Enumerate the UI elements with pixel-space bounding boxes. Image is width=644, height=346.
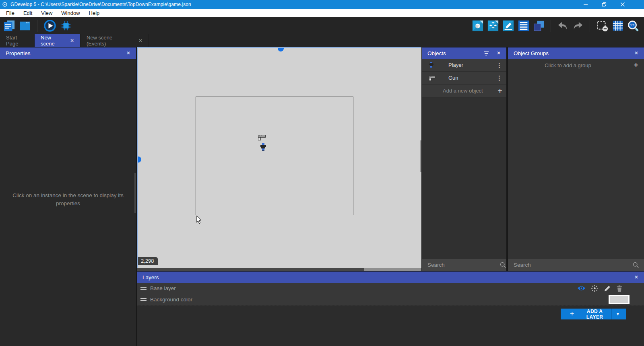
tab-label: New scene (Events) [87, 35, 132, 47]
layer-edit-pencil-icon[interactable] [604, 285, 611, 292]
groups-search-bar [508, 259, 644, 271]
close-objects-panel-icon[interactable]: ✕ [497, 50, 501, 56]
gdevelop-logo-icon [2, 2, 8, 7]
menu-view[interactable]: View [37, 10, 57, 16]
drag-handle-icon[interactable] [140, 287, 147, 290]
add-new-object-row[interactable]: Add a new object + [422, 84, 506, 97]
objects-search-input[interactable] [422, 262, 500, 268]
redo-icon[interactable] [572, 20, 584, 32]
scene-canvas[interactable]: 2,298 [137, 47, 421, 271]
clear-selection-mask-icon[interactable] [596, 20, 609, 32]
undo-icon[interactable] [557, 20, 569, 32]
menu-edit[interactable]: Edit [19, 10, 37, 16]
mouse-cursor [196, 216, 202, 226]
background-color-swatch[interactable] [609, 295, 630, 304]
toggle-properties-panel-icon[interactable] [502, 20, 514, 32]
window-title: GDevelop 5 - C:\Users\Sparkle\OneDrive\D… [10, 2, 191, 7]
scroll-handle-top[interactable] [278, 48, 284, 51]
layer-row-base[interactable]: Base layer [137, 283, 644, 294]
gun-thumbnail-icon [429, 75, 436, 81]
close-properties-icon[interactable]: ✕ [126, 50, 130, 56]
layers-panel-title: Layers [142, 274, 159, 280]
filter-icon[interactable] [483, 50, 489, 56]
toolbar-separator [590, 20, 590, 32]
editor-tab-bar: Start Page New scene ✕ New scene (Events… [0, 34, 644, 47]
menu-bar: File Edit View Window Help [0, 9, 644, 17]
object-row-gun[interactable]: Gun ⋮ [422, 72, 506, 84]
layers-panel-header: Layers ✕ [137, 272, 644, 283]
close-layers-panel-icon[interactable]: ✕ [634, 274, 638, 280]
groups-search-input[interactable] [508, 262, 632, 268]
canvas-vertical-scroll-thumb[interactable] [420, 140, 421, 172]
minimize-button[interactable] [576, 0, 595, 9]
cursor-coordinates-badge: 2,298 [138, 257, 158, 265]
debugger-icon[interactable] [60, 20, 72, 32]
game-window-bounds [196, 97, 353, 215]
search-icon [500, 262, 506, 268]
add-group-plus-icon[interactable]: + [634, 61, 638, 69]
properties-empty-message: Click on an instance in the scene to dis… [0, 192, 136, 208]
zoom-one-to-one-icon[interactable]: 1:1 [627, 20, 639, 32]
object-groups-panel: Object Groups ✕ Click to add a group + [508, 47, 644, 271]
close-window-button[interactable] [613, 0, 632, 9]
toggle-object-groups-panel-icon[interactable] [487, 20, 499, 32]
player-thumbnail-icon [429, 62, 433, 68]
properties-panel-title: Properties [6, 50, 31, 56]
main-toolbar: 1:1 [0, 17, 644, 34]
menu-window[interactable]: Window [57, 10, 84, 16]
layer-name: Background color [150, 297, 192, 303]
gun-instance[interactable] [258, 134, 266, 142]
objects-panel: Objects ✕ Player ⋮ Gun ⋮ Add a new objec… [422, 47, 506, 271]
close-tab-icon[interactable]: ✕ [70, 38, 74, 43]
layer-effects-icon[interactable] [591, 284, 599, 292]
objects-panel-title: Objects [427, 50, 446, 56]
add-layer-dropdown-caret-icon[interactable]: ▼ [611, 309, 624, 319]
properties-panel: Properties ✕ Click on an instance in the… [0, 47, 136, 346]
project-manager-icon[interactable] [3, 20, 15, 32]
horizontal-scroll-thumb[interactable] [364, 268, 421, 271]
menu-file[interactable]: File [2, 10, 19, 16]
tab-start-page[interactable]: Start Page [0, 34, 35, 47]
toggle-objects-panel-icon[interactable] [472, 20, 484, 32]
object-menu-kebab-icon[interactable]: ⋮ [496, 74, 502, 82]
menu-help[interactable]: Help [85, 10, 104, 16]
object-name: Player [448, 62, 463, 68]
scene-window-icon[interactable] [19, 20, 31, 32]
scroll-handle-left[interactable] [138, 157, 141, 163]
object-groups-panel-header: Object Groups ✕ [508, 47, 644, 59]
layer-name: Base layer [150, 285, 176, 291]
preview-play-button[interactable] [43, 19, 56, 32]
toggle-layers-panel-icon[interactable] [533, 20, 545, 32]
add-object-label: Add a new object [443, 88, 483, 94]
object-groups-panel-title: Object Groups [514, 50, 549, 56]
layer-visibility-eye-icon[interactable] [577, 285, 586, 291]
add-a-layer-button[interactable]: + ADD A LAYER ▼ [561, 309, 626, 319]
layer-row-background-color[interactable]: Background color [137, 294, 644, 305]
window-controls [576, 0, 632, 9]
player-instance[interactable] [260, 143, 266, 153]
objects-search-bar [422, 259, 506, 271]
object-menu-kebab-icon[interactable]: ⋮ [496, 62, 502, 69]
add-group-row[interactable]: Click to add a group + [508, 59, 644, 72]
canvas-horizontal-scrollbar[interactable] [137, 268, 421, 271]
svg-text:1:1: 1:1 [630, 23, 635, 27]
add-layer-plus-icon: + [570, 310, 574, 318]
toggle-instances-list-icon[interactable] [518, 20, 530, 32]
tab-new-scene-events[interactable]: New scene (Events) ✕ [80, 34, 149, 47]
close-object-groups-icon[interactable]: ✕ [634, 50, 638, 56]
layer-delete-trash-icon[interactable] [616, 285, 623, 292]
add-object-plus-icon[interactable]: + [497, 87, 502, 95]
tab-label: Start Page [6, 35, 28, 47]
tab-new-scene[interactable]: New scene ✕ [35, 34, 80, 47]
grid-icon[interactable] [612, 20, 624, 32]
toolbar-separator [37, 20, 37, 32]
properties-scrollbar[interactable] [134, 173, 136, 213]
title-bar: GDevelop 5 - C:\Users\Sparkle\OneDrive\D… [0, 0, 644, 9]
toolbar-separator [551, 20, 551, 32]
search-icon [632, 262, 639, 268]
drag-handle-icon[interactable] [140, 298, 147, 301]
object-row-player[interactable]: Player ⋮ [422, 59, 506, 72]
restore-button[interactable] [595, 0, 613, 9]
close-tab-icon[interactable]: ✕ [138, 38, 142, 43]
properties-panel-header: Properties ✕ [0, 47, 136, 59]
